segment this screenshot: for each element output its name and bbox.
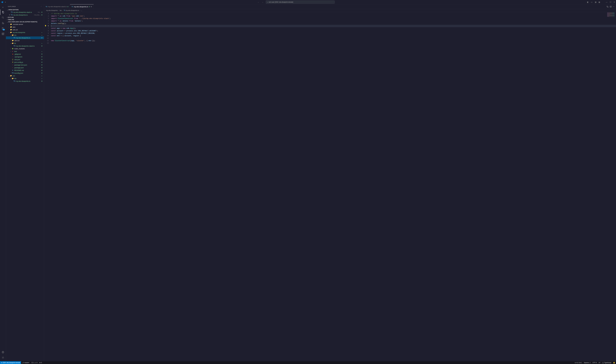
git-file-icon: ◈ [12, 53, 14, 55]
layout-panel-icon[interactable]: ▭ [591, 1, 592, 3]
split-editor-icon[interactable] [610, 6, 612, 8]
tree-file[interactable]: ▪package-lock.jsonU [6, 64, 44, 66]
svg-point-13 [608, 7, 608, 7]
search-icon: ⌕ [267, 1, 268, 3]
timeline-header[interactable]: › TIMELINE [6, 18, 44, 21]
outline-header[interactable]: › OUTLINE [6, 16, 44, 18]
npm-file-icon: ▪ [12, 67, 14, 68]
ports-status[interactable]: ⊚0 [38, 362, 43, 364]
file-tree: ›📁.vscode-server ›📁aws 📁cdk.out ⌄📂my-eks… [6, 23, 44, 82]
tree-folder[interactable]: ⌄📂zzz [6, 74, 44, 77]
window-minimize-icon[interactable]: — [606, 1, 607, 3]
source-control-icon[interactable]: 25 [0, 26, 6, 31]
svg-rect-8 [3, 33, 4, 34]
tree-folder[interactable]: 📁cdk.out [6, 28, 44, 31]
svg-point-3 [2, 29, 3, 29]
chevron-right-icon: › [80, 10, 80, 11]
tree-folder[interactable]: ›📁.vscode-server [6, 23, 44, 26]
scm-badge: 25 [3, 29, 5, 30]
tree-file[interactable]: ▼README.mdU [6, 69, 44, 72]
explorer-icon[interactable] [0, 10, 6, 15]
nav-back-icon[interactable]: ← [257, 1, 260, 4]
open-editors-header[interactable]: ⌄ OPEN EDITORS [6, 9, 44, 11]
window-close-icon[interactable]: ✕ [614, 1, 615, 3]
menu-icon[interactable]: ≡ [5, 1, 6, 3]
tree-file[interactable]: TStsconfig.jsonU [6, 72, 44, 74]
folder-open-icon: 📂 [12, 42, 14, 44]
svg-rect-7 [3, 34, 4, 35]
svg-rect-6 [2, 34, 3, 35]
encoding-status[interactable]: UTF-8 [591, 362, 598, 364]
workspace-header[interactable]: ⌄ EC2-USER [SSH: EKS-BLUEPRINT-REMOTE] [6, 21, 44, 23]
chevron-right-icon: › [7, 17, 7, 18]
eol-status[interactable]: LF [598, 362, 601, 364]
tree-folder[interactable]: ›✔test [6, 50, 44, 53]
accounts-icon[interactable] [0, 350, 6, 355]
tree-file[interactable]: ⚙jest.config.jsU [6, 61, 44, 64]
tree-file[interactable]: TSmy-eks-blueprints.tsU [6, 37, 44, 39]
nav-forward-icon[interactable]: → [261, 1, 264, 4]
indentation-status[interactable]: Spaces: 2 [583, 362, 591, 364]
breadcrumbs[interactable]: my-eks-blueprints › bin › TS my-eks-blue… [44, 9, 616, 12]
editor-tab[interactable]: TS my-eks-blueprints-stack.ts U [44, 4, 70, 9]
problems-status[interactable]: ⓧ1 ⚠0 [30, 362, 38, 364]
editor-tabs: TS my-eks-blueprints-stack.ts U TS my-ek… [44, 4, 616, 9]
svg-point-12 [607, 6, 607, 6]
layout-secondary-icon[interactable]: ◨ [595, 1, 596, 3]
tree-file[interactable]: TSmy-eks-blueprints-stack.tsU [6, 45, 44, 47]
activitybar: ≡ 25 [0, 4, 6, 361]
layout-primary-icon[interactable]: ◧ [587, 1, 589, 3]
tree-folder[interactable]: ⌄📂bin [6, 34, 44, 37]
open-editor-item[interactable]: TS my-eks-blueprints-stack.ts ~/m... U [6, 11, 44, 13]
tree-file[interactable]: ▪package.jsonU [6, 66, 44, 69]
more-actions-icon[interactable]: ⋯ [613, 6, 615, 8]
tree-file[interactable]: {}cdk.jsonU [6, 58, 44, 61]
sidebar-header: EXPLORER ⋯ [6, 4, 44, 9]
menu-toggle-icon[interactable]: ≡ [0, 5, 6, 10]
editor-body[interactable]: 12345💡678910111213 // bin/my-eks-bluepri… [44, 12, 616, 361]
chevron-right-icon: › [63, 10, 63, 11]
ts-file-icon: TS [13, 45, 15, 47]
tree-folder[interactable]: ›📁cdk.out [6, 39, 44, 42]
remote-icon: ⇋ [1, 362, 2, 364]
run-debug-icon[interactable] [0, 20, 6, 26]
folder-open-icon: 📂 [10, 75, 12, 77]
editor-tab[interactable]: TS my-eks-blueprints.ts U ✕ [70, 4, 94, 9]
folder-open-icon: 📂 [10, 32, 12, 33]
tree-folder[interactable]: ⌄📂my-eks-blueprints [6, 31, 44, 34]
open-editor-item[interactable]: ✕ TS my-eks-blueprints.ts ~/my-eks-... U [6, 13, 44, 16]
tree-file[interactable]: ▪.npmignoreU [6, 55, 44, 58]
tree-folder[interactable]: ⌄📂bin [6, 77, 44, 80]
notifications-icon[interactable]: 🔔 [612, 362, 616, 364]
remote-indicator[interactable]: ⇋ SSH: eks-blueprint-remote [0, 361, 21, 364]
extensions-icon[interactable] [0, 31, 6, 37]
sidebar-title: EXPLORER [8, 6, 16, 7]
cursor-position[interactable]: Ln 6, Col 1 [574, 362, 583, 364]
layout-customize-icon[interactable]: ▦ [599, 1, 600, 3]
language-mode[interactable]: { } TypeScript [601, 362, 612, 364]
npm-file-icon: ▪ [12, 64, 14, 66]
ts-file-icon: TS [64, 10, 65, 11]
command-center[interactable]: ⌕ ec2-user [SSH: eks-blueprint-remote] [266, 0, 335, 4]
tree-folder[interactable]: ⌄📂lib [6, 42, 44, 45]
command-center-text: ec2-user [SSH: eks-blueprint-remote] [269, 1, 293, 3]
tree-file[interactable]: ◈.gitignoreU [6, 53, 44, 55]
search-activity-icon[interactable] [0, 15, 6, 20]
npm-file-icon: ▪ [12, 56, 14, 58]
close-editor-icon[interactable]: ✕ [9, 14, 10, 16]
compare-changes-icon[interactable] [606, 6, 608, 8]
js-file-icon: ⚙ [12, 61, 14, 63]
tree-file[interactable]: TSmy-eks-blueprints.tsU [6, 80, 44, 82]
sidebar-more-icon[interactable]: ⋯ [41, 6, 42, 7]
code-content[interactable]: // bin/my-eks-blueprints.tsimport * as c… [51, 12, 616, 361]
tree-folder[interactable]: ›⬢node_modules [6, 47, 44, 50]
statusbar: ⇋ SSH: eks-blueprint-remote ⎇ master* ⓧ1… [0, 361, 616, 364]
minimap[interactable] [607, 13, 615, 16]
tree-folder[interactable]: ›📁aws [6, 26, 44, 28]
window-maximize-icon[interactable]: ☐ [610, 1, 611, 3]
git-branch[interactable]: ⎇ master* [21, 362, 30, 364]
ts-file-icon: TS [13, 37, 15, 39]
folder-icon: 📁 [12, 40, 14, 41]
settings-gear-icon[interactable] [0, 355, 6, 360]
tab-close-icon[interactable]: ✕ [91, 6, 92, 8]
